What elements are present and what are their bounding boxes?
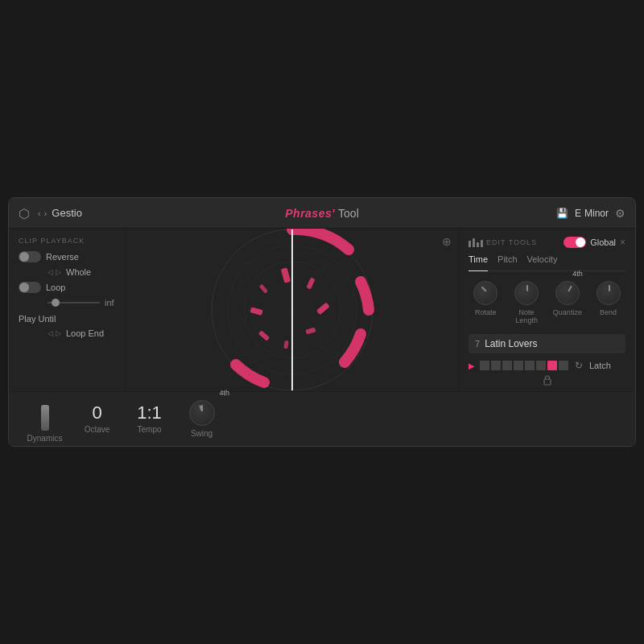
whole-left-arrow[interactable]: ◁	[47, 268, 53, 276]
reverse-label: Reverse	[46, 252, 79, 262]
preset-number: 7	[475, 339, 480, 349]
rotate-knob[interactable]	[473, 281, 497, 305]
reverse-toggle[interactable]	[19, 251, 41, 262]
sequence-row: ▶ ↻ Latch	[469, 360, 625, 371]
tool-note-length: Note Length	[510, 281, 544, 324]
loop-icon[interactable]: ↻	[575, 360, 583, 371]
swing-knob[interactable]	[189, 400, 215, 426]
preset-name: Latin Lovers	[485, 338, 619, 349]
settings-icon[interactable]: ⚙	[615, 207, 625, 220]
loop-end-right-arrow[interactable]: ▷	[56, 329, 61, 337]
play-button[interactable]: ▶	[469, 361, 475, 370]
sequence-blocks	[480, 361, 568, 370]
seq-block-4[interactable]	[514, 361, 523, 370]
seq-block-5[interactable]	[525, 361, 535, 370]
octave-item: 0 Octave	[71, 404, 123, 434]
header: ⬡ ‹ › Gestio Phrases' Tool 💾 E Minor ⚙	[9, 198, 635, 229]
play-until-label: Play Until	[19, 314, 56, 324]
whole-arrows: ◁ ▷	[47, 268, 61, 276]
svg-rect-13	[250, 307, 262, 316]
tempo-label: Tempo	[137, 425, 161, 434]
wheel-container[interactable]	[204, 229, 381, 391]
crosshair-icon[interactable]: ⊕	[442, 235, 452, 248]
loop-toggle[interactable]	[19, 282, 41, 293]
inf-row: inf	[47, 298, 115, 308]
quantize-indicator	[568, 286, 572, 292]
header-center: Phrases' Tool	[285, 207, 359, 220]
dynamics-fader[interactable]	[41, 405, 49, 431]
svg-rect-8	[306, 277, 315, 289]
dynamics-item: Dynamics	[19, 395, 71, 443]
svg-rect-7	[280, 267, 290, 283]
seq-block-7[interactable]	[547, 361, 557, 370]
seq-block-6[interactable]	[536, 361, 546, 370]
seq-block-2[interactable]	[491, 361, 501, 370]
whole-label: Whole	[66, 267, 91, 277]
tool-rotate: Rotate	[469, 281, 503, 324]
bars-icon	[469, 238, 483, 247]
loop-row: Loop	[19, 282, 115, 293]
tool-quantize: 4th Quantize	[551, 281, 585, 324]
quantize-label: Quantize	[553, 308, 582, 316]
swing-item: 4th Swing	[175, 400, 228, 438]
play-until-row: Play Until	[19, 312, 115, 324]
tab-pitch[interactable]: Pitch	[497, 254, 517, 267]
window-title: Gestio	[52, 207, 82, 219]
bend-knob[interactable]	[597, 281, 621, 305]
svg-rect-12	[258, 330, 270, 341]
edit-tools-header: EDIT TOOLS Global ×	[469, 237, 625, 248]
svg-rect-11	[283, 341, 289, 349]
plugin-window: ⬡ ‹ › Gestio Phrases' Tool 💾 E Minor ⚙ C…	[8, 197, 636, 447]
header-right: 💾 E Minor ⚙	[556, 207, 625, 220]
header-nav: ‹ ›	[38, 208, 47, 218]
note-length-indicator	[526, 285, 528, 291]
loop-end-left-arrow[interactable]: ◁	[47, 329, 53, 337]
tool-label: Tool	[338, 207, 359, 220]
right-panel: EDIT TOOLS Global × Time Pitch Velocity	[458, 229, 635, 391]
loop-end-arrows: ◁ ▷	[47, 329, 61, 337]
cube-icon: ⬡	[19, 206, 33, 221]
tab-velocity[interactable]: Velocity	[527, 254, 558, 267]
reverse-row: Reverse	[19, 251, 115, 262]
app-title: Phrases'	[285, 207, 335, 220]
global-label: Global	[590, 237, 616, 247]
whole-row: ◁ ▷ Whole	[47, 267, 115, 277]
quantize-badge: 4th	[572, 270, 583, 278]
tools-grid: Rotate Note Length 4th	[469, 281, 625, 324]
center-panel: ⊕	[126, 229, 458, 391]
tabs-row: Time Pitch Velocity	[469, 254, 625, 271]
note-length-knob[interactable]	[514, 281, 539, 305]
note-length-label: Note Length	[510, 308, 544, 324]
save-icon[interactable]: 💾	[556, 208, 568, 219]
key-display: E Minor	[575, 208, 609, 219]
loop-slider[interactable]	[47, 302, 100, 303]
bend-label: Bend	[600, 308, 617, 316]
bend-indicator	[609, 285, 610, 291]
main-content: CLIP PLAYBACK Reverse ◁ ▷ Whole Loop	[9, 229, 635, 391]
close-btn[interactable]: ×	[620, 237, 625, 248]
loop-knob	[19, 283, 29, 292]
svg-rect-16	[544, 379, 551, 385]
lock-icon	[469, 374, 625, 386]
tool-bend: Bend	[591, 281, 625, 324]
latch-label: Latch	[589, 361, 611, 370]
loop-end-row: ◁ ▷ Loop End	[47, 328, 115, 338]
loop-slider-thumb	[52, 299, 60, 307]
edit-tools-label: EDIT TOOLS	[469, 238, 537, 247]
quantize-knob[interactable]	[555, 281, 580, 305]
tab-time[interactable]: Time	[469, 254, 488, 271]
svg-rect-14	[258, 283, 268, 293]
chevron-right-icon[interactable]: ›	[44, 208, 47, 218]
octave-label: Octave	[85, 425, 110, 434]
global-pill-knob	[576, 237, 585, 247]
seq-block-3[interactable]	[502, 361, 512, 370]
whole-right-arrow[interactable]: ▷	[56, 268, 61, 276]
preset-row: 7 Latin Lovers	[469, 334, 625, 353]
seq-block-1[interactable]	[480, 361, 489, 370]
global-toggle[interactable]: Global ×	[564, 237, 625, 248]
rotate-label: Rotate	[475, 308, 497, 316]
left-panel: CLIP PLAYBACK Reverse ◁ ▷ Whole Loop	[9, 229, 126, 391]
chevron-left-icon[interactable]: ‹	[38, 208, 41, 218]
seq-block-8[interactable]	[559, 361, 568, 370]
global-pill[interactable]	[564, 237, 586, 248]
